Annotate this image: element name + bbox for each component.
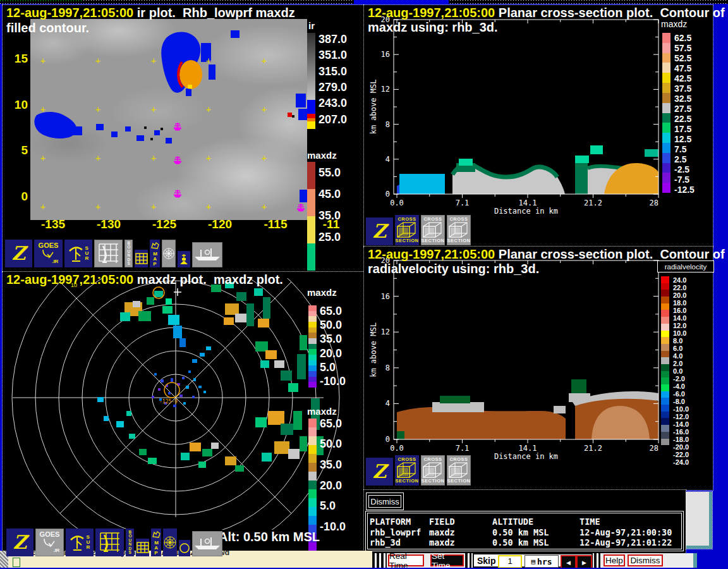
circle-button[interactable] [179,540,190,556]
map-button[interactable]: MAP [150,240,160,267]
ppi-toolbar: ZGOES.IRSURBOUNDSMAP [6,529,222,556]
colorbar-segment [308,365,317,371]
grid-radar-button[interactable] [95,529,124,556]
polar-grid-button[interactable] [163,529,177,556]
bounds-button[interactable]: BOUNDS [126,529,134,556]
grid-small-button[interactable] [135,250,148,267]
cross-section-button-2[interactable]: CROSSSECTION [421,455,445,486]
satellite-dish-icon [42,248,54,259]
altitude-readout: Alt: 0.50 km MSL [219,530,320,544]
cross-section-button-1[interactable]: CROSSSECTION [395,455,419,486]
svg-text:km above MSL: km above MSL [369,80,378,135]
cross-section-button-1[interactable]: CROSSSECTION [395,215,419,245]
colorbar-segment [308,489,317,498]
skip-forward-button[interactable]: ▶ [576,555,592,568]
tick-label: -135 [25,217,81,231]
surveillance-button[interactable]: SUR [64,240,92,267]
grid-radar-button[interactable] [94,240,123,267]
cross-section-button-3[interactable]: CROSSSECTION [447,455,471,486]
zeb-logo-button[interactable]: Z [6,529,33,556]
tick-label: 12.0 [673,322,708,329]
vertical-label: MAP [153,252,157,267]
colorbar-segment [661,391,669,398]
satellite-image[interactable]: ++++++++++++++++++++ [30,19,307,220]
svg-text:+: + [151,153,156,163]
velocity-colorbar [661,276,669,445]
velocity-colorbar-title: radialvelocity [657,260,714,272]
set-time-button[interactable]: Set Time [430,554,464,566]
colorbar-segment [662,73,670,83]
colorbar-segment [308,436,317,445]
tick-label: -12.5 [674,185,707,195]
tick-label: 22.0 [673,284,708,291]
ship-button[interactable] [192,531,222,556]
svg-text:Distance in km: Distance in km [494,207,558,216]
tick-label: -14.0 [673,420,708,428]
zeb-logo-icon: Z [373,222,387,241]
zeb-logo-button[interactable]: Z [366,458,393,486]
svg-text:28: 28 [650,444,658,453]
tick-label: 2.5 [674,154,707,164]
lon-axis-labels: -135-130-125-120-115-11 [25,217,364,231]
skip-back-button[interactable]: ◀ [561,555,576,568]
colorbar-segment [662,163,670,173]
cross-section-button-2[interactable]: CROSSSECTION [421,215,445,245]
svg-text:0.0: 0.0 [390,444,404,453]
map-button[interactable]: MAP [151,529,161,556]
table-cell: 12-Aug-97,21:01:22 [579,537,683,548]
ship-button[interactable] [192,242,222,267]
colorbar-segment [661,357,669,364]
tick-label: 42.5 [674,73,707,83]
real-time-button[interactable]: Real Time [388,554,424,566]
desktop-top-edge [0,0,728,4]
xsec-toolbar: ZCROSSSECTIONCROSSSECTIONCROSSSECTION [366,455,471,486]
tick-label: 20.0 [320,479,358,493]
bounds-button[interactable]: BOUNDS [124,240,133,267]
colorbar-segment [662,83,670,93]
radar-origin-circle [164,382,179,398]
buoy-button[interactable] [178,251,190,267]
cross-section-button-3[interactable]: CROSSSECTION [447,215,471,245]
tick-label: 351.0 [318,49,354,62]
table-header: PLATFORMFIELDALTITUDETIME [370,517,683,527]
zeb-logo-button[interactable]: Z [366,217,393,245]
goes-ir-button[interactable]: GOES.IR [35,529,64,556]
vertical-label: BOUNDS [128,530,131,555]
map-icon [152,531,161,538]
skip-value-field[interactable]: 1 [498,555,522,568]
waypoint-cross [174,288,181,296]
svg-text:28: 28 [650,199,658,207]
surveillance-button[interactable]: SUR [66,529,94,556]
colorbar-segment [308,516,317,525]
table-cell: rhb_3d [370,537,429,548]
ir-colorbar-title: ir [308,20,315,31]
dismiss-button[interactable]: Dismiss [366,493,404,510]
help-button[interactable]: Help [604,554,625,566]
svg-text:14.1: 14.1 [519,199,537,207]
colorbar-segment [308,463,317,472]
colorbar-segment [662,173,670,183]
lat-axis-labels: 151050 [6,52,28,204]
colorbar-segment [308,445,317,454]
velocity-colorbar-labels: 24.022.020.018.016.014.012.010.08.06.04.… [673,276,708,445]
grid-small-button[interactable] [136,539,149,556]
tick-label: 47.5 [674,63,707,73]
hrs-button[interactable]: ▤hrs [525,555,559,568]
colorbar-segment [308,344,317,350]
colorbar-segment [661,290,669,297]
xsec-maxdz-plot[interactable]: 2016128400.07.114.121.228Distance in kmk… [364,5,713,247]
colorbar-segment [308,316,317,322]
zeb-logo-button[interactable]: Z [5,240,32,267]
goes-ir-button[interactable]: GOES.IR [34,240,63,267]
tick-label: 55.0 [318,166,354,180]
panel-title: 12-aug-1997,21:05:00 ir plot. Rhb_lowprf… [6,6,295,20]
svg-text:+: + [95,153,100,163]
svg-text:km above MSL: km above MSL [369,322,378,377]
grid-icon [136,542,149,553]
polar-grid-button[interactable] [162,240,176,267]
tick-label: 25.0 [318,231,354,244]
tick-label: 2.0 [673,360,708,367]
maxdz-colorbar-labels: 62.557.552.547.542.537.532.527.522.517.5… [674,33,707,193]
dismiss-button[interactable]: Dismiss [628,554,663,566]
vertical-label: MAP [154,541,159,556]
